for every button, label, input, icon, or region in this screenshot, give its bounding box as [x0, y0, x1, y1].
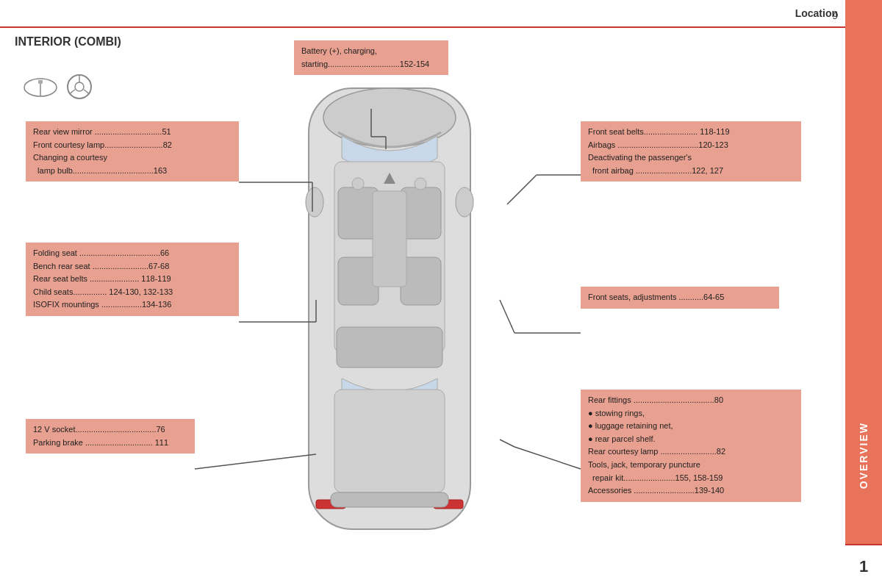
chapter-number-box: 1 — [845, 544, 882, 588]
folding-line-5: ISOFIX mountings ..................134-1… — [33, 300, 171, 309]
svg-rect-22 — [373, 191, 406, 287]
svg-point-19 — [456, 187, 473, 217]
folding-line-4: Child seats............... 124-130, 132-… — [33, 287, 173, 296]
battery-line-2: starting................................… — [301, 60, 429, 68]
rearview-mirror-icon — [22, 74, 59, 100]
socket-line-1: 12 V socket.............................… — [33, 425, 165, 434]
rear-info-box: Rear fittings ..........................… — [581, 390, 801, 502]
header: Location — [0, 0, 882, 28]
mirror-line-1: Rear view mirror .......................… — [33, 127, 171, 136]
svg-point-4 — [75, 82, 84, 91]
chapter-number: 1 — [859, 557, 868, 576]
folding-info-box: Folding seat ...........................… — [26, 243, 239, 316]
mirror-line-2: Front courtesy lamp.....................… — [33, 140, 172, 149]
seatbelts-line-4: front airbag .........................12… — [588, 166, 723, 175]
interior-icons — [22, 72, 94, 101]
frontseats-info-box: Front seats, adjustments ...........64-6… — [581, 287, 779, 309]
mirror-line-4: lamp bulb...............................… — [33, 166, 167, 175]
seatbelts-line-1: Front seat belts........................… — [588, 127, 730, 136]
seatbelts-line-2: Airbags ................................… — [588, 140, 728, 149]
folding-line-3: Rear seat belts ...................... 1… — [33, 274, 171, 283]
folding-line-1: Folding seat ...........................… — [33, 248, 169, 257]
seatbelts-info-box: Front seat belts........................… — [581, 121, 801, 182]
overview-label: OVERVIEW — [858, 422, 870, 489]
svg-line-6 — [69, 90, 75, 94]
location-label: Location — [795, 7, 838, 19]
mirror-info-box: Rear view mirror .......................… — [26, 121, 239, 182]
rear-line-4: ● rear parcel shelf. — [588, 434, 656, 443]
rear-line-5: Rear courtesy lamp .....................… — [588, 447, 725, 456]
battery-info-box: Battery (+), charging, starting.........… — [294, 40, 448, 75]
svg-line-7 — [84, 90, 90, 94]
frontseats-line-1: Front seats, adjustments ...........64-6… — [588, 293, 724, 301]
svg-rect-20 — [334, 390, 445, 492]
svg-point-24 — [415, 178, 426, 190]
socket-info-box: 12 V socket.............................… — [26, 419, 195, 453]
folding-line-2: Bench rear seat ........................… — [33, 262, 169, 270]
socket-line-2: Parking brake ..........................… — [33, 438, 168, 447]
mirror-line-3: Changing a courtesy — [33, 153, 107, 162]
steering-wheel-icon — [65, 72, 94, 101]
overview-section: OVERVIEW — [845, 397, 882, 514]
svg-point-18 — [306, 187, 323, 217]
rear-line-2: ● stowing rings, — [588, 409, 645, 417]
rear-line-1: Rear fittings ..........................… — [588, 395, 723, 404]
page-number: 9 — [833, 10, 838, 21]
svg-rect-21 — [331, 492, 448, 507]
right-sidebar: OVERVIEW 1 — [845, 0, 882, 588]
battery-line-1: Battery (+), charging, — [301, 46, 377, 55]
svg-point-23 — [352, 178, 364, 190]
car-diagram — [265, 74, 514, 551]
seatbelts-line-3: Deactivating the passenger's — [588, 153, 692, 162]
svg-rect-15 — [337, 327, 442, 368]
rear-line-3: ● luggage retaining net, — [588, 421, 673, 430]
svg-rect-1 — [38, 80, 43, 84]
rear-line-6: Tools, jack, temporary puncture — [588, 460, 700, 469]
rear-line-7: repair kit.......................155, 15… — [588, 473, 723, 482]
rear-line-8: Accessories ...........................1… — [588, 486, 724, 495]
